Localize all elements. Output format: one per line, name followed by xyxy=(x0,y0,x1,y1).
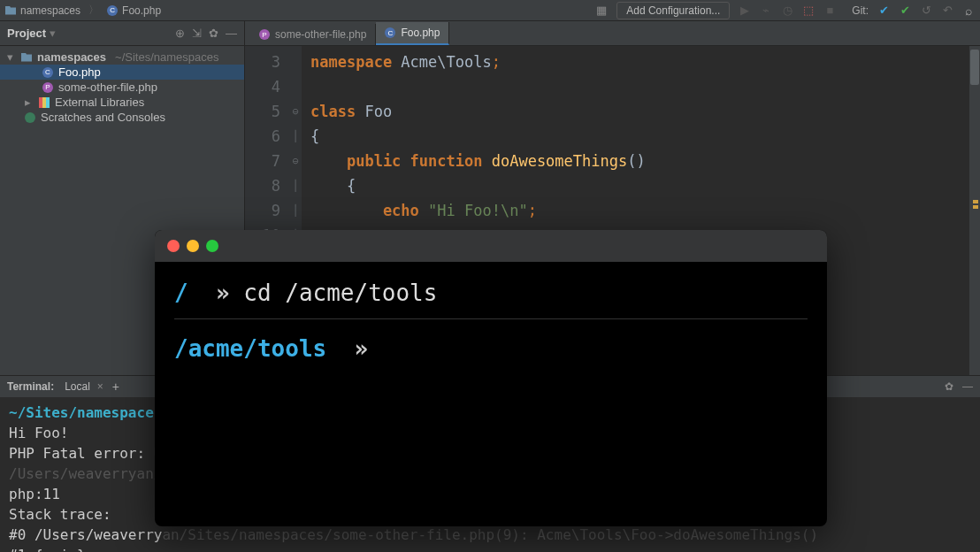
tree-item-label: Scratches and Consoles xyxy=(41,111,165,124)
tree-file-foo[interactable]: C Foo.php xyxy=(0,65,244,80)
libraries-icon xyxy=(39,97,50,108)
locate-icon[interactable]: ⊕ xyxy=(175,27,185,40)
minimize-window-icon[interactable] xyxy=(187,240,199,252)
tree-root-name: namespaces xyxy=(37,50,106,64)
window-titlebar[interactable] xyxy=(155,230,827,262)
stop-icon[interactable]: ■ xyxy=(823,4,836,17)
scroll-thumb[interactable] xyxy=(970,50,979,85)
tree-file-label: some-other-file.php xyxy=(58,80,157,94)
tree-item-label: External Libraries xyxy=(55,96,144,109)
terminal-command: cd /acme/tools xyxy=(243,280,437,306)
divider xyxy=(174,318,808,319)
php-file-icon: C xyxy=(107,5,118,16)
profile-icon[interactable]: ⬚ xyxy=(802,4,815,17)
git-revert-icon[interactable]: ↶ xyxy=(941,4,953,17)
folder-icon xyxy=(21,53,32,62)
terminal-tab-local[interactable]: Local xyxy=(59,379,96,395)
scrollbar[interactable] xyxy=(969,46,980,375)
tab-label: Foo.php xyxy=(401,27,440,39)
terminal-title: Terminal: xyxy=(7,380,54,393)
git-history-icon[interactable]: ↺ xyxy=(920,4,932,17)
git-label: Git: xyxy=(852,4,869,17)
close-tab-icon[interactable]: × xyxy=(97,380,103,393)
caret-down-icon: ▾ xyxy=(7,50,16,64)
tree-root-path: ~/Sites/namespaces xyxy=(115,50,218,64)
prompt-arrow: » xyxy=(355,335,369,362)
tree-file-other[interactable]: P some-other-file.php xyxy=(0,80,244,95)
editor-tabs: P some-other-file.php C Foo.php xyxy=(245,21,980,46)
git-update-icon[interactable]: ✔ xyxy=(877,4,890,17)
php-file-icon: C xyxy=(385,27,395,38)
folder-icon xyxy=(5,6,16,15)
terminal-line: #0 /Users/weaverryan/Sites/namespaces/so… xyxy=(9,525,971,545)
hide-panel-icon[interactable]: — xyxy=(962,380,973,393)
tab-label: some-other-file.php xyxy=(275,28,366,41)
git-commit-icon[interactable]: ✔ xyxy=(899,4,911,17)
chevron-right-icon: 〉 xyxy=(88,3,99,18)
php-file-icon: P xyxy=(42,82,53,93)
warning-mark[interactable] xyxy=(973,205,978,209)
tab-other-file[interactable]: P some-other-file.php xyxy=(250,24,376,45)
close-window-icon[interactable] xyxy=(167,240,180,252)
tree-scratches[interactable]: Scratches and Consoles xyxy=(0,110,244,125)
add-configuration-button[interactable]: Add Configuration... xyxy=(616,2,730,19)
project-panel-header: Project ▾ ⊕ ⇲ ✿ — xyxy=(0,21,244,46)
prompt-arrow: » xyxy=(216,280,230,306)
build-icon[interactable]: ▦ xyxy=(595,4,608,17)
terminal-cwd: ~/Sites/namespaces xyxy=(9,404,162,421)
prompt-path: / xyxy=(174,280,188,306)
floating-terminal-body[interactable]: / » cd /acme/tools /acme/tools » xyxy=(155,262,827,387)
coverage-icon[interactable]: ◷ xyxy=(781,4,793,17)
tree-root[interactable]: ▾ namespaces ~/Sites/namespaces xyxy=(0,50,244,65)
gear-icon[interactable]: ✿ xyxy=(945,380,953,393)
hide-panel-icon[interactable]: — xyxy=(226,27,237,40)
collapse-icon[interactable]: ⇲ xyxy=(192,27,202,40)
tree-file-label: Foo.php xyxy=(58,65,101,79)
dropdown-icon[interactable]: ▾ xyxy=(50,27,56,40)
warning-mark[interactable] xyxy=(973,200,978,203)
php-file-icon: P xyxy=(259,29,270,40)
php-file-icon: C xyxy=(42,67,53,78)
caret-right-icon: ▸ xyxy=(25,96,34,109)
maximize-window-icon[interactable] xyxy=(206,240,218,252)
gear-icon[interactable]: ✿ xyxy=(209,27,218,40)
floating-terminal-window[interactable]: / » cd /acme/tools /acme/tools » xyxy=(155,230,827,526)
tree-external-libraries[interactable]: ▸ External Libraries xyxy=(0,95,244,110)
search-icon[interactable]: ⌕ xyxy=(962,4,975,17)
prompt-path: /acme/tools xyxy=(174,335,326,362)
tab-foo[interactable]: C Foo.php xyxy=(376,22,449,45)
breadcrumb-folder[interactable]: namespaces xyxy=(20,4,80,17)
debug-icon[interactable]: ⌁ xyxy=(760,4,772,17)
breadcrumb-file[interactable]: Foo.php xyxy=(122,4,161,17)
scratches-icon xyxy=(25,112,35,123)
terminal-line: #1 {main} xyxy=(9,545,971,552)
new-terminal-icon[interactable]: + xyxy=(112,380,119,394)
project-panel-title[interactable]: Project xyxy=(7,27,46,40)
run-icon[interactable]: ▶ xyxy=(739,4,751,17)
top-breadcrumb-bar: namespaces 〉 C Foo.php ▦ Add Configurati… xyxy=(0,0,980,21)
